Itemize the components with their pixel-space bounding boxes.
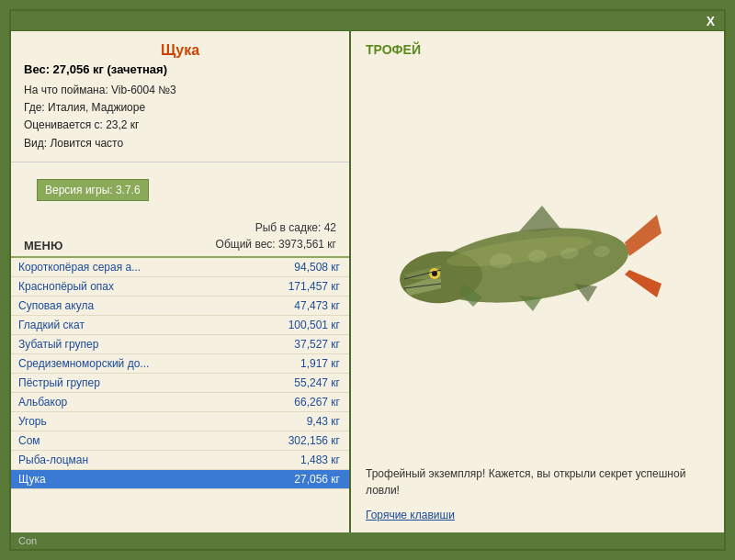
close-button[interactable]: X [703,14,718,28]
hotkeys-link[interactable]: Горячие клавиши [366,509,455,521]
fish-info-section: Щука Вес: 27,056 кг (зачетная) На что по… [11,31,349,162]
fish-list-name: Зубатый групер [18,338,287,351]
right-panel: ТРОФЕЙ [351,31,724,532]
fish-list-name: Гладкий скат [18,319,281,331]
fish-list-row[interactable]: Сом302,156 кг [11,431,349,451]
main-content: Щука Вес: 27,056 кг (зачетная) На что по… [11,31,724,532]
trophy-label: ТРОФЕЙ [366,42,709,57]
bottom-strip: Con [11,532,724,549]
catch-detail-eval: Оценивается с: 23,2 кг [24,117,336,134]
pike-image [390,178,684,343]
catch-detail-frequency: Вид: Ловится часто [24,135,336,152]
menu-header: МЕНЮ Рыб в садке: 42 Общий вес: 3973,561… [11,214,349,258]
fish-list-name: Альбакор [18,396,287,409]
fish-list-row[interactable]: Суповая акула47,473 кг [11,297,349,316]
fish-list-weight: 66,267 кг [294,396,340,409]
total-weight: Общий вес: 3973,561 кг [216,236,336,252]
title-bar: X [11,11,724,31]
fish-list-row[interactable]: Угорь9,43 кг [11,412,349,431]
fish-count: Рыб в садке: 42 [216,219,336,236]
menu-label: МЕНЮ [24,239,62,252]
fish-list-row[interactable]: Пёстрый групер55,247 кг [11,374,349,393]
fish-list-name: Пёстрый групер [18,376,287,389]
fish-list-row[interactable]: Средиземноморский до...1,917 кг [11,354,349,374]
fish-list[interactable]: Короткопёрая серая а...94,508 кгКраснопё… [11,258,349,532]
fish-stats: Рыб в садке: 42 Общий вес: 3973,561 кг [216,219,336,252]
fish-list-weight: 100,501 кг [288,319,340,331]
fish-title: Щука [24,42,336,59]
fish-list-row[interactable]: Рыба-лоцман1,483 кг [11,451,349,470]
catch-detail-location: Где: Италия, Маджиоре [24,99,336,117]
fish-list-weight: 1,917 кг [300,357,340,370]
con-text: Con [18,535,37,546]
fish-image-area [366,64,709,456]
fish-list-name: Суповая акула [18,299,287,312]
fish-list-row[interactable]: Гладкий скат100,501 кг [11,316,349,335]
trophy-description: Трофейный экземпляр! Кажется, вы открыли… [366,465,709,498]
fish-list-row[interactable]: Щука27,056 кг [11,470,349,489]
fish-list-name: Рыба-лоцман [18,454,293,466]
left-panel: Щука Вес: 27,056 кг (зачетная) На что по… [11,31,351,532]
fish-list-weight: 302,156 кг [288,434,340,447]
fish-list-weight: 171,457 кг [288,280,340,293]
fish-weight: Вес: 27,056 кг (зачетная) [24,62,336,76]
fish-list-name: Краснопёрый опах [18,280,281,293]
fish-list-weight: 37,527 кг [294,338,340,351]
svg-marker-11 [574,284,597,302]
fish-list-row[interactable]: Альбакор66,267 кг [11,393,349,412]
svg-marker-7 [625,270,662,297]
fish-list-name: Угорь [18,415,300,428]
fish-list-name: Средиземноморский до... [18,357,293,370]
catch-detail-lure: На что поймана: Vib-6004 №3 [24,82,336,99]
fish-list-row[interactable]: Краснопёрый опах171,457 кг [11,277,349,297]
fish-list-weight: 9,43 кг [307,415,340,428]
fish-list-name: Короткопёрая серая а... [18,261,287,274]
fish-list-row[interactable]: Зубатый групер37,527 кг [11,335,349,354]
svg-marker-8 [519,206,560,231]
fish-list-weight: 27,056 кг [294,473,340,486]
svg-marker-6 [625,215,662,256]
main-window: X Щука Вес: 27,056 кг (зачетная) На что … [9,9,726,551]
version-box: Версия игры: 3.7.6 [37,179,149,201]
fish-list-weight: 47,473 кг [294,299,340,312]
fish-list-weight: 55,247 кг [294,376,340,389]
fish-list-row[interactable]: Короткопёрая серая а...94,508 кг [11,258,349,277]
fish-list-name: Сом [18,434,281,447]
fish-list-weight: 94,508 кг [294,261,340,274]
fish-details: На что поймана: Vib-6004 №3 Где: Италия,… [24,82,336,152]
fish-list-name: Щука [18,473,287,486]
fish-list-weight: 1,483 кг [300,454,340,466]
svg-marker-10 [519,296,542,311]
